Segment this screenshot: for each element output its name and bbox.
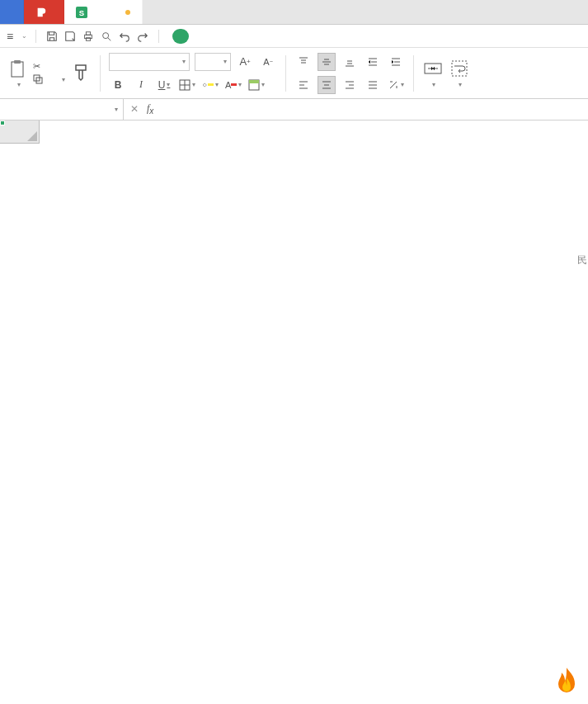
ribbon-tab-dev[interactable] — [278, 25, 293, 47]
underline-button[interactable]: U▾ — [155, 76, 173, 94]
svg-rect-12 — [249, 80, 259, 83]
tab-daoke[interactable] — [24, 0, 64, 24]
file-menu[interactable]: ⌄ — [18, 32, 27, 40]
increase-indent-button[interactable] — [387, 53, 405, 71]
italic-button[interactable]: I — [132, 76, 150, 94]
ribbon-tab-review[interactable] — [248, 25, 263, 47]
print-icon[interactable] — [81, 29, 96, 44]
divider — [35, 30, 36, 43]
merge-icon — [422, 58, 444, 79]
chevron-down-icon: ⌄ — [21, 32, 27, 40]
cancel-icon[interactable]: ✕ — [130, 103, 139, 115]
ribbon: ▾ ✂ ▾ ▾ ▾ A+ A− B I U▾ ▾ ▾ A▾ ▾ — [0, 48, 588, 99]
align-right-button[interactable] — [341, 76, 359, 94]
wrap-button[interactable]: ▾ — [449, 58, 470, 88]
divider — [285, 55, 286, 92]
format-painter-button[interactable] — [70, 62, 92, 85]
chevron-down-icon: ▾ — [115, 106, 118, 113]
formula-input[interactable] — [162, 103, 581, 116]
spreadsheet-grid — [0, 120, 588, 698]
save-as-icon[interactable] — [63, 29, 78, 44]
increase-font-button[interactable]: A+ — [236, 53, 254, 71]
ribbon-tab-start[interactable] — [172, 29, 189, 44]
cut-button[interactable]: ✂ — [33, 61, 65, 72]
ribbon-tab-view[interactable] — [263, 25, 278, 47]
flame-icon — [553, 666, 580, 699]
chevron-down-icon: ▾ — [459, 81, 462, 88]
cell-style-button[interactable]: ▾ — [247, 76, 266, 94]
svg-point-5 — [103, 32, 109, 38]
ribbon-tab-layout[interactable] — [204, 25, 219, 47]
brush-icon — [70, 62, 92, 83]
menu-bar: ≡ ⌄ — [0, 25, 588, 48]
chevron-down-icon: ▾ — [62, 76, 65, 83]
formula-bar: ▾ ✕ fx — [0, 99, 588, 120]
ribbon-tab-formula[interactable] — [219, 25, 233, 47]
ribbon-tab-insert[interactable] — [189, 25, 204, 47]
align-left-button[interactable] — [294, 76, 313, 94]
copy-icon — [33, 74, 43, 86]
decrease-indent-button[interactable] — [364, 53, 382, 71]
svg-rect-3 — [87, 31, 91, 35]
merge-button[interactable]: ▾ — [422, 58, 444, 88]
spreadsheet-icon: S — [76, 7, 87, 18]
name-box[interactable]: ▾ — [0, 99, 124, 120]
copy-button[interactable]: ▾ — [33, 74, 65, 86]
tab-workbook[interactable]: S — [64, 0, 143, 24]
svg-rect-7 — [14, 60, 21, 64]
ribbon-tabs — [172, 25, 293, 47]
divider — [100, 55, 101, 92]
align-middle-button[interactable] — [318, 53, 336, 71]
daoke-icon — [35, 7, 47, 18]
tab-add-button[interactable] — [143, 0, 172, 24]
svg-rect-14 — [452, 61, 467, 76]
unsaved-dot-icon — [125, 10, 130, 15]
scissors-icon: ✂ — [33, 61, 40, 72]
chevron-down-icon: ▾ — [17, 81, 21, 88]
svg-rect-6 — [12, 62, 23, 77]
font-name-select[interactable]: ▾ — [109, 53, 190, 71]
decrease-font-button[interactable]: A− — [259, 53, 277, 71]
divider — [413, 55, 414, 92]
svg-text:S: S — [79, 7, 85, 17]
font-size-select[interactable]: ▾ — [195, 53, 231, 71]
font-color-button[interactable]: A▾ — [224, 76, 242, 94]
align-bottom-button[interactable] — [341, 53, 359, 71]
chevron-down-icon: ▾ — [223, 58, 227, 65]
border-button[interactable]: ▾ — [178, 76, 196, 94]
orientation-button[interactable]: ▾ — [387, 76, 405, 94]
undo-icon[interactable] — [117, 29, 132, 44]
chevron-down-icon: ▾ — [182, 58, 186, 65]
paste-group[interactable]: ▾ — [7, 58, 28, 88]
ribbon-tab-data[interactable] — [233, 25, 248, 47]
bold-button[interactable]: B — [109, 76, 127, 94]
chevron-down-icon: ▾ — [432, 81, 435, 88]
fx-icon[interactable]: fx — [147, 102, 153, 116]
align-top-button[interactable] — [294, 53, 313, 71]
select-all-corner[interactable] — [0, 120, 40, 144]
watermark — [553, 666, 583, 699]
justify-button[interactable] — [364, 76, 382, 94]
paste-icon — [7, 58, 28, 79]
title-tabs: S — [0, 0, 588, 25]
print-preview-icon[interactable] — [99, 29, 114, 44]
save-icon[interactable] — [45, 29, 59, 44]
hamburger-icon[interactable]: ≡ — [7, 30, 13, 43]
side-panel-toggle[interactable]: 民 — [576, 253, 588, 267]
redo-icon[interactable] — [135, 29, 150, 44]
tab-home[interactable] — [0, 0, 24, 24]
align-center-button[interactable] — [318, 76, 336, 94]
wrap-icon — [449, 58, 470, 79]
divider — [158, 30, 159, 43]
fill-color-button[interactable]: ▾ — [201, 76, 219, 94]
fill-handle[interactable] — [0, 120, 5, 125]
